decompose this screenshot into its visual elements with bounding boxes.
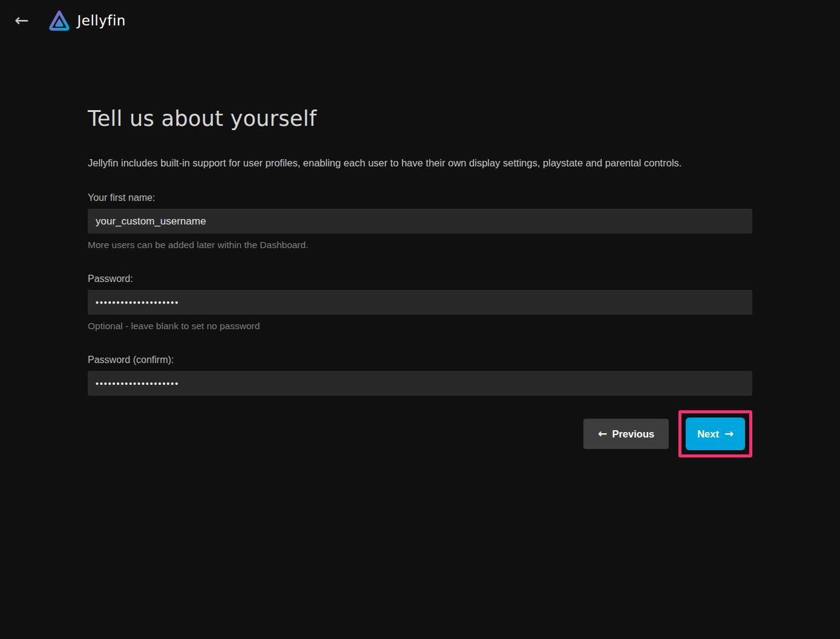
next-button[interactable]: Next → — [686, 418, 745, 450]
first-name-input[interactable] — [88, 209, 752, 234]
page-title: Tell us about yourself — [88, 41, 752, 131]
next-button-highlight-box: Next → — [678, 410, 752, 457]
password-input[interactable] — [88, 290, 752, 315]
back-button[interactable]: ← — [10, 10, 33, 31]
first-name-field-group: Your first name: More users can be added… — [88, 192, 752, 251]
left-arrow-icon: ← — [598, 428, 607, 439]
right-arrow-icon: → — [724, 428, 733, 439]
page-description: Jellyfin includes built-in support for u… — [88, 156, 752, 169]
password-label: Password: — [88, 274, 752, 284]
previous-button[interactable]: ← Previous — [583, 419, 669, 449]
app-logo: Jellyfin — [48, 9, 125, 32]
first-name-label: Your first name: — [88, 192, 752, 203]
password-confirm-input[interactable] — [88, 371, 752, 396]
wizard-button-row: ← Previous Next → — [88, 410, 752, 457]
password-confirm-field-group: Password (confirm): — [88, 355, 752, 396]
jellyfin-logo-icon — [48, 9, 71, 32]
app-name: Jellyfin — [77, 13, 125, 28]
setup-form: Tell us about yourself Jellyfin includes… — [88, 41, 752, 457]
previous-button-label: Previous — [612, 429, 654, 439]
next-button-label: Next — [697, 429, 719, 439]
password-helper: Optional - leave blank to set no passwor… — [88, 321, 752, 332]
password-confirm-label: Password (confirm): — [88, 355, 752, 365]
password-field-group: Password: Optional - leave blank to set … — [88, 274, 752, 332]
top-bar: ← Jellyfin — [0, 0, 840, 41]
first-name-helper: More users can be added later within the… — [88, 240, 752, 251]
